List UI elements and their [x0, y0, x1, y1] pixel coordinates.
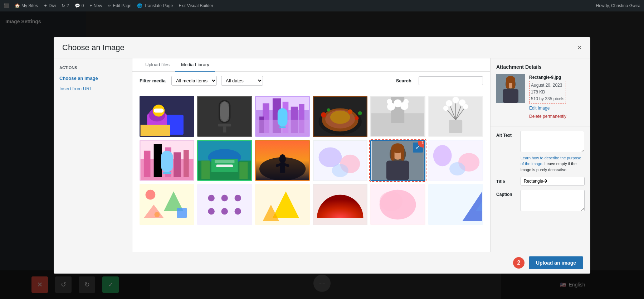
- actions-label: Actions: [54, 66, 132, 73]
- translate-item[interactable]: 🌐 Translate Page: [137, 3, 173, 8]
- svg-rect-12: [223, 126, 226, 133]
- svg-rect-63: [161, 150, 173, 172]
- alt-text-row: Alt Text Learn how to describe the purpo…: [496, 131, 585, 173]
- modal-header: Choose an Image ×: [54, 37, 590, 58]
- new-item[interactable]: + New: [89, 3, 102, 8]
- svg-point-94: [449, 162, 465, 175]
- attachment-details-title: Attachment Details: [496, 64, 585, 70]
- media-item[interactable]: [255, 184, 310, 225]
- attachment-thumbnail: [496, 74, 525, 103]
- alt-text-help: Learn how to describe the purpose of the…: [521, 155, 585, 173]
- svg-point-104: [235, 194, 241, 201]
- media-item[interactable]: [197, 96, 252, 137]
- svg-rect-7: [154, 108, 164, 112]
- svg-rect-24: [277, 108, 287, 126]
- svg-point-43: [404, 99, 409, 104]
- modal-main: Upload files Media Library Filter media …: [132, 58, 490, 252]
- media-type-filter[interactable]: All media items Images Audio Video: [171, 76, 217, 86]
- svg-point-114: [380, 191, 403, 211]
- media-item[interactable]: [313, 96, 367, 137]
- edit-image-link[interactable]: Edit Image: [529, 105, 566, 112]
- svg-point-31: [355, 116, 358, 120]
- media-item[interactable]: [255, 140, 310, 181]
- tab-media-library[interactable]: Media Library: [175, 58, 215, 72]
- caption-row: Caption: [496, 190, 585, 211]
- svg-point-107: [235, 208, 241, 214]
- howdy-label: Howdy, Christina Gwira: [596, 3, 640, 8]
- modal-footer: 2 Upload an image: [54, 252, 590, 274]
- filter-bar: Filter media All media items Images Audi…: [132, 72, 490, 90]
- footer-badge: 2: [513, 257, 525, 269]
- media-item[interactable]: [140, 140, 194, 181]
- title-input[interactable]: [521, 177, 585, 185]
- svg-point-34: [358, 111, 362, 115]
- svg-point-52: [452, 97, 459, 103]
- media-item[interactable]: [370, 96, 425, 137]
- attachment-meta: Rectangle-9.jpg August 20, 2023 178 KB 5…: [529, 74, 566, 120]
- my-sites-item[interactable]: 🏠 My Sites: [15, 3, 38, 8]
- svg-rect-61: [174, 152, 181, 177]
- svg-point-32: [348, 109, 352, 114]
- divi-item[interactable]: ✦ Divi: [44, 3, 56, 8]
- modal-title: Choose an Image: [62, 43, 125, 52]
- svg-rect-76: [280, 163, 285, 173]
- media-item-selected[interactable]: 1 ✓: [370, 140, 425, 181]
- modal-sidebar: Actions Choose an Image Insert from URL: [54, 58, 132, 252]
- svg-rect-58: [144, 150, 150, 177]
- revisions-item[interactable]: ↻ 2: [62, 3, 69, 8]
- media-modal: Choose an Image × Actions Choose an Imag…: [54, 37, 590, 274]
- media-item[interactable]: [370, 184, 425, 225]
- filter-media-label: Filter media: [140, 78, 166, 83]
- exit-builder-item[interactable]: Exit Visual Builder: [179, 3, 213, 8]
- svg-point-96: [146, 189, 156, 199]
- svg-point-35: [330, 110, 350, 124]
- media-item[interactable]: [197, 184, 252, 225]
- svg-rect-90: [401, 148, 404, 160]
- svg-rect-45: [449, 120, 462, 133]
- wp-logo[interactable]: ⬛: [4, 3, 9, 8]
- svg-rect-99: [177, 208, 187, 218]
- svg-point-54: [443, 105, 448, 111]
- svg-rect-89: [391, 148, 395, 160]
- alt-text-input[interactable]: [521, 131, 584, 152]
- caption-input[interactable]: [521, 190, 585, 211]
- details-form: Alt Text Learn how to describe the purpo…: [491, 126, 590, 252]
- svg-point-106: [221, 208, 228, 214]
- media-item[interactable]: [313, 184, 367, 225]
- caption-label: Caption: [496, 190, 518, 197]
- media-item[interactable]: [428, 184, 483, 225]
- attachment-details-panel: Attachment Details: [490, 58, 590, 252]
- media-item[interactable]: [313, 140, 367, 181]
- svg-rect-64: [163, 172, 171, 174]
- svg-rect-86: [386, 160, 409, 180]
- modal-close-button[interactable]: ×: [577, 44, 582, 52]
- svg-rect-59: [154, 144, 162, 177]
- media-item[interactable]: [255, 96, 310, 137]
- svg-point-51: [446, 100, 452, 106]
- edit-page-item[interactable]: ✏ Edit Page: [108, 3, 131, 8]
- search-input[interactable]: [419, 76, 483, 85]
- svg-rect-13: [218, 132, 231, 134]
- media-item[interactable]: [140, 96, 194, 137]
- title-row: Title: [496, 177, 585, 185]
- attachment-details-header: Attachment Details: [491, 58, 590, 126]
- media-item[interactable]: [197, 140, 252, 181]
- media-item[interactable]: [428, 96, 483, 137]
- date-filter[interactable]: All dates January 2024 August 2023: [221, 76, 263, 86]
- tab-upload-files[interactable]: Upload files: [140, 58, 175, 72]
- svg-rect-71: [201, 160, 210, 179]
- svg-point-105: [208, 208, 215, 214]
- media-item[interactable]: [428, 140, 483, 181]
- media-item[interactable]: [140, 184, 194, 225]
- sidebar-item-choose-image[interactable]: Choose an Image: [54, 73, 132, 84]
- delete-image-link[interactable]: Delete permanently: [529, 113, 566, 120]
- sidebar-item-insert-url[interactable]: Insert from URL: [54, 84, 132, 93]
- media-grid-wrapper[interactable]: 1 ✓: [132, 90, 490, 252]
- comments-item[interactable]: 💬 0: [75, 3, 84, 8]
- tabs-bar: Upload files Media Library: [132, 58, 490, 72]
- svg-rect-120: [503, 89, 518, 103]
- svg-point-75: [279, 154, 286, 163]
- title-label: Title: [496, 177, 518, 184]
- upload-image-button[interactable]: Upload an image: [529, 256, 583, 269]
- svg-point-102: [208, 194, 215, 201]
